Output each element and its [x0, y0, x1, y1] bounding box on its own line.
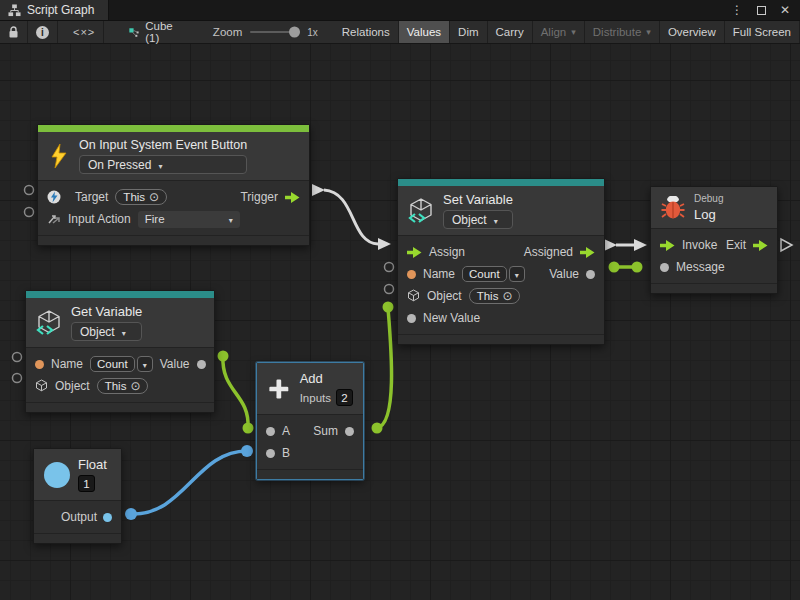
node-set-variable[interactable]: Set Variable Object Assign Assigned: [397, 178, 605, 345]
value-output-port[interactable]: [586, 270, 595, 279]
event-color-bar: [38, 125, 309, 132]
output-value-port[interactable]: [103, 513, 112, 522]
node-footer: [26, 402, 214, 412]
toolbar-button-distribute[interactable]: Distribute ▾: [585, 21, 660, 43]
node-title: Log: [694, 207, 723, 222]
tab-script-graph[interactable]: Script Graph: [0, 0, 109, 20]
graph-hierarchy-icon: [8, 4, 21, 17]
object-field[interactable]: This: [469, 288, 521, 304]
value-output-port[interactable]: [197, 360, 206, 369]
breadcrumb[interactable]: Cube (1): [119, 21, 187, 43]
variable-name-value: Count: [90, 356, 135, 372]
variable-kind-dropdown[interactable]: Object: [443, 210, 513, 229]
input-action-dropdown[interactable]: Fire: [138, 211, 240, 228]
toolbar-button-dim[interactable]: Dim: [450, 21, 487, 43]
object-picker-icon[interactable]: [502, 289, 512, 303]
align-label: Align: [541, 26, 567, 38]
node-on-input-system-event[interactable]: On Input System Event Button On Pressed …: [37, 124, 310, 246]
node-footer: [38, 235, 309, 245]
toolbar-button-align[interactable]: Align ▾: [533, 21, 585, 43]
object-picker-icon[interactable]: [130, 379, 140, 393]
variable-icon: [36, 309, 62, 337]
message-value-input-port[interactable]: [660, 263, 669, 272]
variable-name-dropdown[interactable]: Count: [462, 266, 525, 282]
input-action-reference-icon: [47, 190, 61, 204]
lock-button[interactable]: [0, 21, 28, 43]
toolbar-button-overview[interactable]: Overview: [660, 21, 725, 43]
node-footer: [398, 334, 604, 344]
exit-port-label: Exit: [726, 238, 746, 252]
variable-kind-dropdown[interactable]: Object: [71, 322, 142, 341]
input-action-port-label: Input Action: [68, 212, 131, 226]
lock-icon: [8, 26, 19, 39]
chevron-down-icon: ▾: [571, 27, 576, 37]
maximize-icon[interactable]: [757, 6, 766, 15]
node-get-variable[interactable]: Get Variable Object Name Count Value: [25, 290, 215, 413]
value-port-label: Value: [160, 357, 190, 371]
toolbar-button-carry[interactable]: Carry: [488, 21, 533, 43]
object-field[interactable]: This: [97, 378, 149, 394]
assigned-port-label: Assigned: [524, 245, 573, 259]
sum-port-label: Sum: [313, 424, 338, 438]
assigned-flow-output-port[interactable]: [580, 247, 595, 258]
float-icon: [44, 462, 70, 488]
menu-icon[interactable]: ⋮: [731, 3, 743, 17]
toolbar-button-fullscreen[interactable]: Full Screen: [725, 21, 800, 43]
new-value-input-port[interactable]: [407, 314, 416, 323]
assign-port-label: Assign: [429, 245, 465, 259]
dropdown-arrow-icon: [122, 325, 126, 339]
zoom-slider[interactable]: [250, 21, 300, 43]
graph-breadcrumb-icon: [129, 26, 139, 39]
tab-title: Script Graph: [27, 3, 94, 17]
inputs-count-field[interactable]: 2: [336, 389, 353, 406]
script-graph-window: Script Graph ⋮ ✕ i <×>: [0, 0, 800, 600]
node-title: Get Variable: [71, 304, 142, 319]
object-field-value: This: [105, 380, 127, 392]
name-value-input-port[interactable]: [407, 270, 416, 279]
object-port-label: Object: [427, 289, 462, 303]
trigger-flow-output-port[interactable]: [285, 192, 300, 203]
variable-name-dropdown[interactable]: Count: [90, 356, 153, 372]
trigger-port-label: Trigger: [240, 190, 278, 204]
float-value-field[interactable]: 1: [78, 475, 95, 492]
invoke-flow-input-port[interactable]: [660, 240, 675, 251]
dropdown-arrow-icon: [158, 158, 162, 172]
inspect-button[interactable]: i: [28, 21, 58, 43]
variable-name-value: Count: [462, 266, 507, 282]
object-picker-icon[interactable]: [149, 190, 159, 204]
sum-value-output-port[interactable]: [345, 427, 354, 436]
new-value-port-label: New Value: [423, 311, 480, 325]
b-value-input-port[interactable]: [266, 449, 275, 458]
target-object-field[interactable]: This: [115, 189, 167, 205]
window-tab-bar: Script Graph ⋮ ✕: [0, 0, 800, 21]
node-debug-log[interactable]: Debug Log Invoke Exit Message: [650, 186, 778, 294]
window-controls: ⋮ ✕: [731, 0, 800, 20]
variable-color-bar: [398, 179, 604, 186]
bug-icon: [661, 196, 685, 220]
plus-icon: [267, 374, 291, 404]
target-port-label: Target: [75, 190, 108, 204]
a-value-input-port[interactable]: [266, 427, 275, 436]
node-float-literal[interactable]: Float 1 Output: [33, 448, 122, 544]
exit-flow-output-port[interactable]: [753, 240, 768, 251]
code-view-button[interactable]: <×>: [65, 21, 104, 43]
zoom-slider-handle[interactable]: [289, 27, 300, 38]
dropdown-arrow-icon: [515, 267, 519, 281]
zoom-label: Zoom: [187, 21, 250, 43]
variable-color-bar: [26, 291, 214, 298]
graph-toolbar: i <×> Cube (1) Zoom 1x Relations Values …: [0, 21, 800, 44]
node-title: On Input System Event Button: [79, 138, 247, 152]
event-mode-value: On Pressed: [88, 158, 151, 172]
dropdown-arrow-icon: [143, 357, 147, 371]
dropdown-arrow-icon: [229, 213, 233, 225]
toolbar-button-values[interactable]: Values: [399, 21, 450, 43]
assign-flow-input-port[interactable]: [407, 247, 422, 258]
event-mode-dropdown[interactable]: On Pressed: [79, 155, 247, 174]
close-icon[interactable]: ✕: [780, 3, 790, 17]
node-add[interactable]: Add Inputs 2 A Sum B: [256, 362, 364, 480]
input-action-icon: [47, 213, 61, 226]
node-footer: [257, 469, 363, 479]
breadcrumb-label: Cube (1): [145, 20, 177, 44]
toolbar-button-relations[interactable]: Relations: [334, 21, 399, 43]
name-value-input-port[interactable]: [35, 360, 44, 369]
